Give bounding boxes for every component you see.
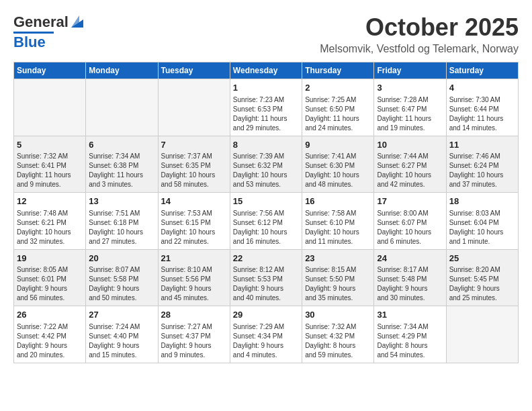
calendar-cell: 22Sunrise: 8:12 AM Sunset: 5:53 PM Dayli… [230,249,302,306]
calendar-cell: 12Sunrise: 7:48 AM Sunset: 6:21 PM Dayli… [14,193,86,250]
day-number: 1 [233,82,299,94]
calendar-cell: 3Sunrise: 7:28 AM Sunset: 6:47 PM Daylig… [374,79,446,136]
calendar-cell: 29Sunrise: 7:29 AM Sunset: 4:34 PM Dayli… [230,306,302,363]
day-info: Sunrise: 7:51 AM Sunset: 6:18 PM Dayligh… [89,209,154,246]
calendar-cell: 30Sunrise: 7:32 AM Sunset: 4:32 PM Dayli… [302,306,374,363]
day-number: 11 [449,139,515,151]
day-info: Sunrise: 7:34 AM Sunset: 6:38 PM Dayligh… [89,152,154,189]
calendar-cell: 15Sunrise: 7:56 AM Sunset: 6:12 PM Dayli… [230,193,302,250]
day-info: Sunrise: 8:12 AM Sunset: 5:53 PM Dayligh… [233,265,299,303]
calendar-cell: 31Sunrise: 7:34 AM Sunset: 4:29 PM Dayli… [374,306,446,363]
day-info: Sunrise: 7:32 AM Sunset: 6:41 PM Dayligh… [17,152,83,189]
calendar-cell: 13Sunrise: 7:51 AM Sunset: 6:18 PM Dayli… [86,193,158,250]
day-info: Sunrise: 8:10 AM Sunset: 5:56 PM Dayligh… [161,265,227,303]
month-title: October 2025 [320,13,519,42]
day-number: 4 [449,82,515,94]
calendar-cell: 10Sunrise: 7:44 AM Sunset: 6:27 PM Dayli… [374,136,446,193]
day-number: 21 [161,253,227,265]
day-info: Sunrise: 7:27 AM Sunset: 4:37 PM Dayligh… [161,322,227,360]
day-number: 16 [305,195,371,208]
calendar-cell: 17Sunrise: 8:00 AM Sunset: 6:07 PM Dayli… [374,193,446,250]
day-info: Sunrise: 8:15 AM Sunset: 5:50 PM Dayligh… [305,265,371,303]
day-info: Sunrise: 7:46 AM Sunset: 6:24 PM Dayligh… [449,152,515,189]
calendar-cell: 16Sunrise: 7:58 AM Sunset: 6:10 PM Dayli… [302,193,374,250]
day-number: 30 [305,309,371,321]
calendar-cell: 23Sunrise: 8:15 AM Sunset: 5:50 PM Dayli… [302,249,374,306]
calendar-cell: 20Sunrise: 8:07 AM Sunset: 5:58 PM Dayli… [86,249,158,306]
calendar-table: SundayMondayTuesdayWednesdayThursdayFrid… [13,62,519,363]
day-number: 8 [233,139,299,151]
day-info: Sunrise: 7:34 AM Sunset: 4:29 PM Dayligh… [377,322,443,360]
day-info: Sunrise: 7:48 AM Sunset: 6:21 PM Dayligh… [17,209,83,246]
calendar-cell [446,306,518,363]
day-number: 3 [377,82,443,94]
day-number: 28 [161,309,227,321]
calendar-cell: 18Sunrise: 8:03 AM Sunset: 6:04 PM Dayli… [446,193,518,250]
day-info: Sunrise: 7:22 AM Sunset: 4:42 PM Dayligh… [17,322,83,360]
location-title: Melsomvik, Vestfold og Telemark, Norway [320,43,519,55]
svg-marker-1 [71,15,79,28]
calendar-cell: 24Sunrise: 8:17 AM Sunset: 5:48 PM Dayli… [374,249,446,306]
day-info: Sunrise: 8:05 AM Sunset: 6:01 PM Dayligh… [17,265,83,303]
day-number: 6 [89,139,154,151]
day-number: 13 [89,195,154,208]
weekday-header-sunday: Sunday [14,62,86,79]
weekday-header-thursday: Thursday [302,62,374,79]
day-number: 7 [161,139,227,151]
day-number: 27 [89,309,154,321]
calendar-cell: 25Sunrise: 8:20 AM Sunset: 5:45 PM Dayli… [446,249,518,306]
calendar-cell: 2Sunrise: 7:25 AM Sunset: 6:50 PM Daylig… [302,79,374,136]
calendar-cell [158,79,230,136]
day-info: Sunrise: 8:20 AM Sunset: 5:45 PM Dayligh… [449,265,515,303]
calendar-cell: 11Sunrise: 7:46 AM Sunset: 6:24 PM Dayli… [446,136,518,193]
day-info: Sunrise: 7:44 AM Sunset: 6:27 PM Dayligh… [377,152,443,189]
calendar-cell: 21Sunrise: 8:10 AM Sunset: 5:56 PM Dayli… [158,249,230,306]
day-number: 2 [305,82,371,94]
weekday-header-tuesday: Tuesday [158,62,230,79]
page-header: General Blue October 2025 Melsomvik, Ves… [13,13,519,55]
day-number: 29 [233,309,299,321]
title-block: October 2025 Melsomvik, Vestfold og Tele… [320,13,519,55]
logo-general: General [13,13,69,31]
day-number: 9 [305,139,371,151]
calendar-cell: 14Sunrise: 7:53 AM Sunset: 6:15 PM Dayli… [158,193,230,250]
day-number: 14 [161,195,227,208]
calendar-cell: 5Sunrise: 7:32 AM Sunset: 6:41 PM Daylig… [14,136,86,193]
day-number: 25 [449,253,515,265]
day-number: 15 [233,195,299,208]
day-info: Sunrise: 7:28 AM Sunset: 6:47 PM Dayligh… [377,95,443,133]
calendar-cell: 4Sunrise: 7:30 AM Sunset: 6:44 PM Daylig… [446,79,518,136]
day-info: Sunrise: 7:41 AM Sunset: 6:30 PM Dayligh… [305,152,371,189]
day-info: Sunrise: 7:25 AM Sunset: 6:50 PM Dayligh… [305,95,371,133]
day-number: 19 [17,253,83,265]
day-number: 10 [377,139,443,151]
calendar-cell: 9Sunrise: 7:41 AM Sunset: 6:30 PM Daylig… [302,136,374,193]
calendar-cell: 8Sunrise: 7:39 AM Sunset: 6:32 PM Daylig… [230,136,302,193]
day-number: 18 [449,195,515,208]
day-info: Sunrise: 8:17 AM Sunset: 5:48 PM Dayligh… [377,265,443,303]
day-number: 20 [89,253,154,265]
day-number: 24 [377,253,443,265]
day-number: 17 [377,195,443,208]
day-number: 31 [377,309,443,321]
calendar-cell: 27Sunrise: 7:24 AM Sunset: 4:40 PM Dayli… [86,306,158,363]
weekday-header-friday: Friday [374,62,446,79]
day-info: Sunrise: 8:00 AM Sunset: 6:07 PM Dayligh… [377,209,443,246]
calendar-cell: 1Sunrise: 7:23 AM Sunset: 6:53 PM Daylig… [230,79,302,136]
calendar-cell: 28Sunrise: 7:27 AM Sunset: 4:37 PM Dayli… [158,306,230,363]
calendar-cell: 7Sunrise: 7:37 AM Sunset: 6:35 PM Daylig… [158,136,230,193]
weekday-header-monday: Monday [86,62,158,79]
day-number: 12 [17,195,83,208]
day-info: Sunrise: 7:24 AM Sunset: 4:40 PM Dayligh… [89,322,154,360]
day-info: Sunrise: 7:23 AM Sunset: 6:53 PM Dayligh… [233,95,299,133]
day-info: Sunrise: 8:03 AM Sunset: 6:04 PM Dayligh… [449,209,515,246]
calendar-cell: 26Sunrise: 7:22 AM Sunset: 4:42 PM Dayli… [14,306,86,363]
logo-blue: Blue [13,34,46,51]
day-info: Sunrise: 7:32 AM Sunset: 4:32 PM Dayligh… [305,322,371,360]
logo-icon [70,14,85,29]
day-info: Sunrise: 7:30 AM Sunset: 6:44 PM Dayligh… [449,95,515,133]
day-info: Sunrise: 7:39 AM Sunset: 6:32 PM Dayligh… [233,152,299,189]
calendar-cell [14,79,86,136]
day-number: 23 [305,253,371,265]
day-number: 26 [17,309,83,321]
